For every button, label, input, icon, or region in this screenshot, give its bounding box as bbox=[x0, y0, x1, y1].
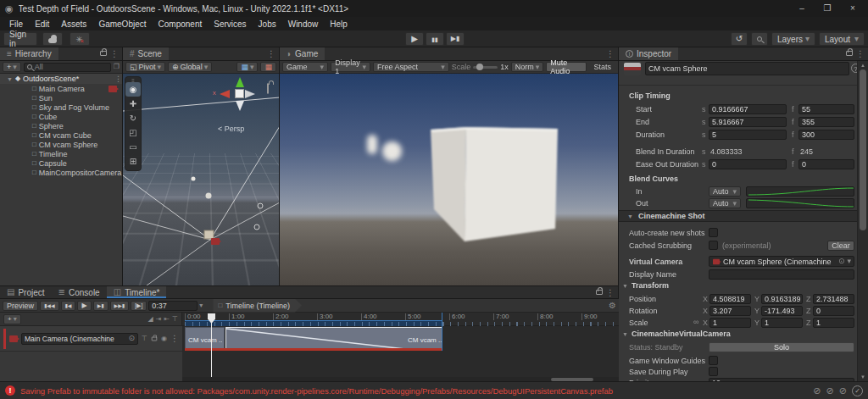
object-name-field[interactable]: CM vcam Sphere bbox=[645, 62, 849, 75]
scroll-down-icon[interactable]: ▼ bbox=[860, 374, 865, 380]
pause-button[interactable]: ▮▮ bbox=[426, 32, 444, 46]
scene-picker-icon[interactable]: ❐ bbox=[114, 64, 120, 70]
foldout-arrow-icon[interactable]: ▼ bbox=[7, 76, 13, 82]
ease-out-f-field[interactable]: 0 bbox=[798, 159, 854, 169]
position-z-field[interactable]: 2.731488 bbox=[813, 294, 854, 304]
more-icon[interactable]: ⋮ bbox=[114, 75, 122, 83]
undo-history-button[interactable]: ↺ bbox=[731, 32, 748, 46]
scene-viewport[interactable]: ≡ ◉ ✚ ↻ ◰ ▭ ⊞ x < Persp bbox=[123, 74, 279, 285]
down-axis-cone[interactable] bbox=[236, 101, 244, 111]
transform-tool-button[interactable]: ⊞ bbox=[125, 154, 141, 169]
cloud-button[interactable] bbox=[42, 32, 63, 46]
duration-f-field[interactable]: 300 bbox=[798, 130, 854, 140]
mute-error-icon[interactable]: ⊘ bbox=[839, 386, 847, 396]
lock-icon[interactable] bbox=[596, 290, 603, 295]
snap-button[interactable]: ▦ bbox=[260, 62, 276, 72]
hierarchy-search-input[interactable]: All bbox=[24, 63, 111, 72]
save-during-play-checkbox[interactable] bbox=[709, 367, 718, 376]
more-icon[interactable]: ⋮ bbox=[267, 50, 275, 60]
hierarchy-item-sphere[interactable]: □Sphere bbox=[0, 121, 122, 130]
hierarchy-item-capsule[interactable]: □Capsule bbox=[0, 158, 122, 168]
track-lock-icon[interactable] bbox=[152, 336, 157, 341]
mix-mode-icon[interactable]: ⇥ bbox=[156, 316, 162, 323]
more-icon[interactable]: ⋮ bbox=[606, 289, 615, 298]
virtual-camera-object-field[interactable]: CM vcam Sphere (Cinemachine ⊙ ▾ bbox=[709, 256, 854, 267]
menu-services[interactable]: Services bbox=[208, 19, 252, 29]
ripple-mode-icon[interactable]: ⇤ bbox=[164, 316, 170, 323]
inspector-scrollbar[interactable]: ▲ ▼ bbox=[857, 61, 868, 381]
scroll-up-icon[interactable]: ▲ bbox=[860, 63, 865, 68]
rect-tool-button[interactable]: ▭ bbox=[125, 140, 141, 154]
prev-frame-button[interactable]: ▮◀ bbox=[61, 301, 76, 311]
menu-help[interactable]: Help bbox=[324, 19, 353, 29]
cinemachine-shot-header[interactable]: ▼ Cinemachine Shot bbox=[619, 210, 857, 222]
transform-header[interactable]: ▼ Transform bbox=[622, 281, 669, 290]
orientation-gizmo[interactable]: x bbox=[214, 75, 262, 114]
out-curve-field[interactable] bbox=[746, 198, 854, 208]
menu-jobs[interactable]: Jobs bbox=[253, 19, 282, 29]
rotation-x-field[interactable]: 3.207 bbox=[709, 306, 751, 316]
more-icon[interactable]: ⋮ bbox=[856, 50, 865, 60]
add-track-button[interactable]: +▾ bbox=[3, 314, 21, 324]
object-picker-icon[interactable]: ⊙ bbox=[838, 258, 845, 265]
clip-cm-vcam-sphere[interactable]: CM vcam ... bbox=[225, 327, 442, 351]
ease-out-s-field[interactable]: 0 bbox=[709, 159, 787, 169]
clip-cm-vcam-cube[interactable]: CM vcam ... bbox=[185, 327, 225, 351]
hierarchy-item-cm-vcam-cube[interactable]: □CM vcam Cube bbox=[0, 130, 122, 140]
persp-label[interactable]: < Persp bbox=[218, 125, 244, 133]
display-name-field[interactable] bbox=[709, 269, 854, 280]
vsync-dropdown[interactable]: Norm▾ bbox=[511, 62, 544, 72]
object-picker-icon[interactable]: ⊙ bbox=[129, 335, 136, 342]
step-button[interactable]: ▶▮ bbox=[446, 32, 465, 46]
cinemachine-virtual-camera-header[interactable]: ▼ CinemachineVirtualCamera bbox=[622, 330, 731, 338]
hierarchy-item-cube[interactable]: □Cube bbox=[0, 112, 122, 121]
scrollbar-thumb[interactable] bbox=[860, 69, 866, 230]
tab-hierarchy[interactable]: ≡ Hierarchy bbox=[0, 47, 58, 60]
track-binding-field[interactable]: Main Camera (Cinemachine ⊙ bbox=[21, 333, 138, 345]
more-icon[interactable]: ⋮ bbox=[170, 335, 179, 343]
in-curve-dropdown[interactable]: Auto▾ bbox=[709, 186, 741, 197]
status-check-icon[interactable]: ✓ bbox=[852, 385, 863, 396]
preview-toggle[interactable]: Preview bbox=[3, 301, 38, 311]
collab-button[interactable]: ✳× bbox=[70, 32, 90, 46]
chevron-down-icon[interactable]: ▾ bbox=[199, 302, 203, 309]
hierarchy-item-sun[interactable]: □Sun bbox=[0, 93, 122, 103]
rotation-y-field[interactable]: -171.493 bbox=[761, 306, 803, 316]
tab-scene[interactable]: # Scene bbox=[123, 47, 169, 60]
goto-end-button[interactable]: ▶▶▮ bbox=[110, 301, 130, 311]
aspect-dropdown[interactable]: Free Aspect▾ bbox=[373, 62, 449, 72]
rotate-tool-button[interactable]: ↻ bbox=[125, 111, 141, 125]
cached-scrubbing-checkbox[interactable] bbox=[709, 241, 718, 250]
x-axis-cone[interactable] bbox=[220, 90, 230, 98]
curves-toggle-icon[interactable]: ◢ bbox=[147, 316, 153, 323]
tab-console[interactable]: ≣Console bbox=[52, 286, 107, 298]
game-window-guides-checkbox[interactable] bbox=[709, 356, 718, 365]
z-axis-cone[interactable] bbox=[245, 90, 255, 98]
gizmo-lock-icon[interactable] bbox=[267, 83, 269, 94]
cinemachine-track-header[interactable]: Main Camera (Cinemachine ⊙ ⊤ ◉ ⋮ bbox=[0, 326, 182, 352]
gear-icon[interactable]: ⚙ bbox=[609, 302, 616, 310]
hierarchy-item-cm-vcam-sphere[interactable]: □CM vcam Sphere bbox=[0, 140, 122, 149]
play-range-button[interactable]: [▶] bbox=[131, 301, 147, 311]
scale-x-field[interactable]: 1 bbox=[709, 318, 751, 328]
move-tool-button[interactable]: ✚ bbox=[125, 97, 141, 111]
game-viewport[interactable] bbox=[280, 74, 618, 285]
menu-file[interactable]: File bbox=[3, 19, 29, 29]
layout-dropdown[interactable]: Layout▾ bbox=[819, 32, 865, 46]
timeline-breadcrumb[interactable]: □ Timeline (Timeline) bbox=[213, 299, 302, 313]
duration-s-field[interactable]: 5 bbox=[709, 130, 787, 140]
scale-slider-thumb[interactable] bbox=[476, 64, 483, 70]
menu-component[interactable]: Component bbox=[153, 19, 209, 29]
tab-timeline[interactable]: ◫Timeline* bbox=[107, 286, 167, 298]
search-everywhere-button[interactable] bbox=[751, 32, 768, 46]
stats-toggle[interactable]: Stats bbox=[589, 62, 615, 72]
auto-create-checkbox[interactable] bbox=[709, 228, 718, 237]
y-axis-cone[interactable] bbox=[236, 77, 244, 87]
more-icon[interactable]: ⋮ bbox=[110, 50, 119, 60]
display-mode-dropdown[interactable]: Game▾ bbox=[282, 62, 328, 72]
hierarchy-item-timeline[interactable]: □Timeline bbox=[0, 149, 122, 158]
pivot-dropdown[interactable]: ◱Pivot▾ bbox=[125, 62, 165, 72]
menu-assets[interactable]: Assets bbox=[55, 19, 92, 29]
end-f-field[interactable]: 355 bbox=[798, 117, 854, 127]
end-s-field[interactable]: 5.916667 bbox=[709, 117, 787, 127]
